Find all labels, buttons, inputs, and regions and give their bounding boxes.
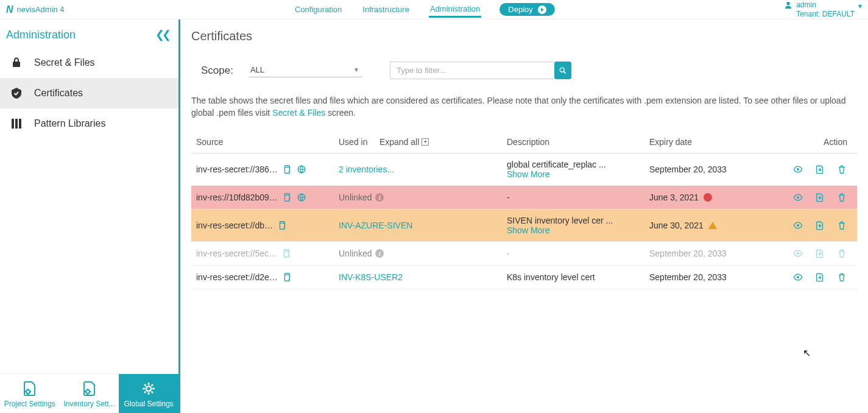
tab-label: Inventory Sett...	[63, 400, 115, 408]
nav-administration[interactable]: Administration	[429, 2, 481, 18]
delete-icon[interactable]	[836, 220, 847, 231]
copy-icon[interactable]	[277, 220, 288, 231]
view-icon[interactable]	[792, 272, 803, 283]
chevron-down-icon: ▾	[858, 2, 862, 10]
copy-icon[interactable]	[281, 272, 292, 283]
library-icon	[10, 117, 23, 130]
sidebar-item-label: Pattern Libraries	[34, 118, 105, 129]
cell-source: inv-res-secret://386…	[196, 164, 278, 174]
sidebar-title: Administration	[6, 29, 76, 41]
copy-icon[interactable]	[281, 248, 292, 259]
delete-icon[interactable]	[836, 272, 847, 283]
tab-global-settings[interactable]: Global Settings	[119, 374, 178, 413]
copy-icon[interactable]	[281, 164, 292, 175]
delete-icon[interactable]	[836, 248, 847, 259]
page-title: Certificates	[191, 29, 857, 43]
cell-expiry: September 20, 2033	[649, 272, 727, 282]
user-tenant: Tenant: DEFAULT	[796, 10, 855, 18]
th-used-in: Used in Expand all +	[334, 131, 502, 154]
table-row: inv-res-secret://386…2 inventories...glo…	[191, 154, 857, 186]
lock-icon	[10, 56, 23, 69]
download-icon[interactable]	[814, 248, 825, 259]
used-in-unlinked: Unlinkedi	[339, 192, 384, 202]
sidebar-footer: Project Settings Inventory Sett... Globa…	[0, 373, 178, 413]
show-more-link[interactable]: Show More	[507, 169, 640, 179]
info-text: The table shows the secret files and fil…	[191, 95, 857, 119]
top-nav: Configuration Infrastructure Administrat…	[65, 2, 785, 18]
topbar: N nevisAdmin 4 Configuration Infrastruct…	[0, 0, 868, 19]
table-header-row: Source Used in Expand all + Description …	[191, 131, 857, 154]
th-expiry: Expiry date	[644, 131, 786, 154]
cell-source: inv-res-secret://db…	[196, 221, 273, 230]
sidebar-item-certificates[interactable]: Certificates	[0, 78, 178, 108]
status-warning-icon	[708, 222, 717, 229]
sidebar-item-label: Certificates	[34, 88, 83, 99]
sidebar-item-label: Secret & Files	[34, 57, 95, 68]
used-in-unlinked: Unlinkedi	[339, 249, 384, 258]
th-action: Action	[786, 131, 857, 154]
view-icon[interactable]	[792, 164, 803, 175]
cell-expiry: June 30, 2021	[649, 221, 704, 230]
used-in-link[interactable]: INV-K8S-USER2	[339, 272, 403, 282]
chevron-down-icon: ▼	[353, 66, 359, 73]
main-content: Certificates Scope: ALL ▼ The table show…	[180, 19, 868, 413]
expand-icon: +	[422, 138, 429, 146]
cell-description: -	[507, 192, 510, 202]
used-in-link[interactable]: 2 inventories...	[339, 164, 394, 174]
download-icon[interactable]	[814, 220, 825, 231]
used-in-link[interactable]: INV-AZURE-SIVEN	[339, 221, 412, 230]
table-row: inv-res://10fd82b09…Unlinkedi-June 3, 20…	[191, 186, 857, 210]
search-button[interactable]	[554, 62, 571, 79]
view-icon[interactable]	[792, 192, 803, 203]
th-description: Description	[502, 131, 644, 154]
secret-files-link[interactable]: Secret & Files	[272, 108, 325, 118]
sidebar-item-pattern-libraries[interactable]: Pattern Libraries	[0, 108, 178, 139]
cell-expiry: June 3, 2021	[649, 192, 699, 202]
tab-project-settings[interactable]: Project Settings	[0, 374, 60, 413]
scope-select[interactable]: ALL ▼	[249, 64, 362, 77]
delete-icon[interactable]	[836, 164, 847, 175]
sidebar: Administration ❮❮ Secret & Files Certifi…	[0, 19, 180, 413]
scope-label: Scope:	[201, 65, 233, 77]
copy-icon[interactable]	[281, 192, 292, 203]
th-source: Source	[191, 131, 334, 154]
user-name: admin	[796, 1, 855, 9]
user-menu[interactable]: admin Tenant: DEFAULT ▾	[784, 1, 862, 18]
view-icon[interactable]	[792, 248, 803, 259]
download-icon[interactable]	[814, 192, 825, 203]
download-icon[interactable]	[814, 272, 825, 283]
brand-label: nevisAdmin 4	[17, 5, 65, 14]
brand[interactable]: N nevisAdmin 4	[6, 4, 65, 15]
info-icon[interactable]: i	[375, 249, 384, 258]
cell-source: inv-res-secret://d2e…	[196, 272, 278, 282]
nav-infrastructure[interactable]: Infrastructure	[361, 2, 411, 16]
collapse-sidebar-icon[interactable]: ❮❮	[155, 28, 169, 41]
certificates-table: Source Used in Expand all + Description …	[191, 131, 857, 289]
filter-input[interactable]	[390, 62, 554, 79]
table-row: inv-res-secret://db…INV-AZURE-SIVENSIVEN…	[191, 210, 857, 242]
cell-source: inv-res-secret://5ec…	[196, 249, 277, 258]
cell-description: K8s inventory level cert	[507, 272, 595, 282]
show-more-link[interactable]: Show More	[507, 225, 640, 235]
play-icon	[538, 5, 546, 14]
deploy-label: Deploy	[508, 5, 532, 14]
cell-description: SIVEN inventory level cer ...	[507, 216, 613, 225]
table-row: inv-res-secret://5ec…Unlinkedi-September…	[191, 242, 857, 266]
globe-icon	[296, 192, 307, 203]
cell-expiry: September 20, 2033	[649, 249, 727, 258]
cell-description: global certificate_replac ...	[507, 160, 606, 169]
view-icon[interactable]	[792, 220, 803, 231]
download-icon[interactable]	[814, 164, 825, 175]
globe-icon	[296, 164, 307, 175]
shield-icon	[10, 86, 23, 100]
deploy-button[interactable]: Deploy	[499, 3, 554, 16]
tab-label: Project Settings	[4, 400, 55, 408]
delete-icon[interactable]	[836, 192, 847, 203]
sidebar-item-secret-files[interactable]: Secret & Files	[0, 48, 178, 78]
tab-inventory-settings[interactable]: Inventory Sett...	[60, 374, 119, 413]
info-icon[interactable]: i	[375, 193, 384, 202]
nav-configuration[interactable]: Configuration	[294, 2, 343, 16]
cell-description: -	[507, 249, 510, 258]
expand-all-button[interactable]: Expand all +	[379, 137, 429, 147]
tab-label: Global Settings	[124, 400, 173, 408]
